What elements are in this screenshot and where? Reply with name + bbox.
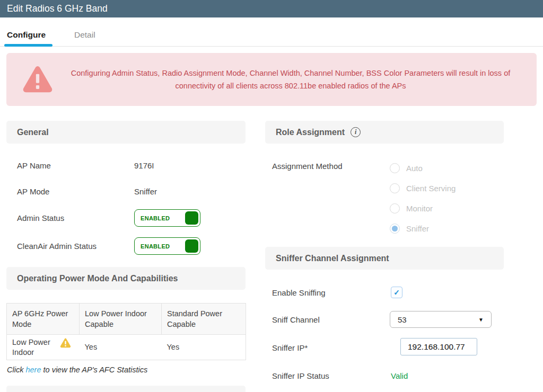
info-icon[interactable]: i (351, 127, 361, 137)
cleanair-admin-status-label: CleanAir Admin Status (17, 242, 97, 251)
sniffer-ip-status-label: Sniffer IP Status (272, 371, 329, 380)
chevron-down-icon: ▼ (478, 317, 484, 323)
cleanair-admin-status-toggle[interactable]: ENABLED (134, 237, 200, 255)
radio-option-client-serving[interactable]: Client Serving (390, 183, 456, 193)
ap-mode-value: Sniffer (134, 187, 157, 196)
cleanair-toggle-text: ENABLED (141, 243, 170, 250)
section-sniffer-channel: Sniffer Channel Assignment (265, 247, 504, 270)
radio-icon (390, 183, 400, 193)
table-row: Low Power Indoor Yes Yes (7, 335, 246, 360)
afc-note-suffix: to view the AP's AFC Statistics (41, 366, 147, 374)
radio-label-client-serving: Client Serving (406, 184, 456, 193)
standard-power-capable-value: Yes (162, 335, 246, 360)
dialog-title: Edit Radios 6 GHz Band (7, 3, 108, 14)
toggle-knob-icon (185, 239, 198, 253)
section-power-mode: Operating Power Mode And Capabilities (6, 267, 246, 290)
radio-label-auto: Auto (406, 164, 423, 173)
section-power-mode-title: Operating Power Mode And Capabilities (17, 274, 178, 283)
radio-option-sniffer[interactable]: Sniffer (390, 224, 429, 234)
warning-message: Configuring Admin Status, Radio Assignme… (53, 67, 537, 92)
sniff-channel-select[interactable]: 53 ▼ (390, 311, 492, 328)
table-header-row: AP 6GHz Power Mode Low Power Indoor Capa… (7, 304, 246, 335)
section-general-title: General (17, 128, 49, 137)
section-role-assignment-title: Role Assignment (276, 128, 345, 137)
tab-bar: Configure Detail (0, 17, 543, 47)
section-sniffer-channel-title: Sniffer Channel Assignment (276, 254, 389, 263)
admin-status-toggle-text: ENABLED (141, 215, 170, 221)
tab-detail[interactable]: Detail (74, 30, 95, 40)
warning-triangle-icon (60, 338, 71, 348)
ap-mode-label: AP Mode (17, 187, 49, 196)
admin-status-label: Admin Status (17, 213, 64, 222)
sniffer-ip-status-value: Valid (391, 371, 408, 380)
afc-statistics-note: Click here to view the AP's AFC Statisti… (7, 366, 147, 374)
tab-configure[interactable]: Configure (7, 30, 46, 40)
power-mode-value: Low Power Indoor (12, 337, 56, 358)
section-role-assignment: Role Assignment i (265, 121, 504, 144)
radio-selected-icon (390, 224, 400, 234)
low-power-capable-value: Yes (80, 335, 162, 360)
radio-icon (390, 203, 400, 213)
col-header-power-mode: AP 6GHz Power Mode (7, 304, 80, 335)
warning-banner: Configuring Admin Status, Radio Assignme… (6, 53, 537, 106)
afc-note-prefix: Click (7, 366, 25, 374)
power-capabilities-table: AP 6GHz Power Mode Low Power Indoor Capa… (6, 303, 246, 360)
sniffer-ip-label: Sniffer IP* (272, 343, 308, 352)
col-header-low-power-capable: Low Power Indoor Capable (80, 304, 162, 335)
col-header-standard-power-capable: Standard Power Capable (162, 304, 246, 335)
enable-sniffing-label: Enable Sniffing (272, 288, 326, 297)
sniffer-ip-input[interactable] (400, 338, 477, 355)
enable-sniffing-checkbox[interactable]: ✓ (391, 287, 402, 298)
dialog-titlebar: Edit Radios 6 GHz Band (0, 0, 543, 17)
section-partial-bottom (6, 386, 246, 392)
sniff-channel-value: 53 (398, 315, 407, 324)
active-tab-underline (4, 44, 52, 47)
radio-option-auto[interactable]: Auto (390, 163, 423, 173)
radio-label-monitor: Monitor (406, 204, 433, 213)
checkmark-icon: ✓ (393, 288, 400, 297)
radio-label-sniffer: Sniffer (406, 224, 429, 233)
assignment-method-label: Assignment Method (272, 162, 343, 171)
toggle-knob-icon (185, 211, 198, 225)
warning-triangle-icon (22, 65, 53, 94)
ap-name-value: 9176I (134, 161, 154, 170)
section-general: General (6, 121, 246, 144)
sniff-channel-label: Sniff Channel (272, 315, 320, 324)
ap-name-label: AP Name (17, 161, 51, 170)
admin-status-toggle[interactable]: ENABLED (134, 209, 200, 227)
radio-icon (390, 163, 400, 173)
radio-option-monitor[interactable]: Monitor (390, 203, 433, 213)
afc-statistics-link[interactable]: here (25, 366, 41, 374)
